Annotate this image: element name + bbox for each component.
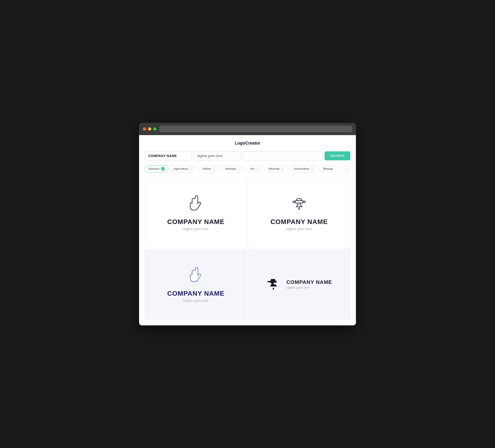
app-title: LogoCreator <box>145 141 350 146</box>
svg-rect-8 <box>271 283 274 284</box>
category-tag-automotive[interactable]: Automotive ✓ <box>290 165 318 172</box>
category-tag-airline[interactable]: Airline ✓ <box>199 165 220 172</box>
logo-company-name-1: COMPANY NAME <box>167 218 225 226</box>
check-icon-automotive: ✓ <box>310 167 314 171</box>
traffic-light-red[interactable] <box>143 127 146 131</box>
check-icon-animals: ✓ <box>237 167 241 171</box>
logo-company-name-4: COMPANY NAME <box>286 279 332 285</box>
svg-rect-1 <box>295 201 303 203</box>
logo-text-group-4: COMPANY NAME tagline goes here <box>286 279 332 289</box>
category-tag-agriculture[interactable]: Agriculture ✓ <box>170 165 197 172</box>
category-label-art: Art <box>250 167 254 170</box>
svg-rect-7 <box>269 280 276 283</box>
category-label-beauty: Beauty <box>323 167 333 170</box>
logo-company-name-2: COMPANY NAME <box>271 218 328 226</box>
category-label-abstract: Abstract <box>148 167 160 170</box>
search-bar: SEARCH <box>145 151 350 160</box>
category-tag-attorney[interactable]: Attorney ✓ <box>265 165 288 172</box>
logo-tagline-1: tagline goes here <box>183 227 208 231</box>
svg-rect-9 <box>267 281 269 282</box>
category-label-airline: Airline <box>203 167 211 170</box>
logo-icon-4 <box>266 276 283 293</box>
logo-company-name-3: COMPANY NAME <box>167 290 225 297</box>
logo-card-2[interactable]: COMPANY NAME tagline goes here <box>248 177 350 248</box>
logo-grid: COMPANY NAME tagline goes here <box>145 177 350 320</box>
company-name-input[interactable] <box>145 151 192 160</box>
url-bar[interactable] <box>159 126 352 132</box>
category-bar: Abstract ✓ Agriculture ✓ Airline ✓ Anima… <box>145 165 350 173</box>
traffic-light-green[interactable] <box>153 127 156 131</box>
category-label-agriculture: Agriculture <box>174 167 188 170</box>
browser-window: LogoCreator SEARCH Abstract ✓ Agricultur… <box>139 123 356 325</box>
svg-rect-4 <box>303 201 305 203</box>
category-tag-art[interactable]: Art ✓ <box>247 165 263 172</box>
logo-tagline-3: tagline goes here <box>183 299 208 303</box>
check-icon-agriculture: ✓ <box>190 167 193 171</box>
browser-titlebar <box>139 123 356 135</box>
check-icon-abstract: ✓ <box>161 167 165 171</box>
svg-rect-3 <box>293 201 295 203</box>
svg-point-5 <box>298 208 300 210</box>
logo-card-4[interactable]: COMPANY NAME tagline goes here <box>248 249 350 320</box>
logo-tagline-4: tagline goes here <box>286 286 332 289</box>
svg-rect-6 <box>271 279 275 280</box>
category-label-animals: Animals <box>225 167 236 170</box>
category-tag-abstract[interactable]: Abstract ✓ <box>145 165 168 172</box>
logo-icon-2 <box>290 195 309 214</box>
category-tag-animals[interactable]: Animals ✓ <box>221 165 245 172</box>
search-button[interactable]: SEARCH <box>325 151 350 160</box>
logo-icon-3 <box>186 266 205 286</box>
category-label-attorney: Attorney <box>268 167 280 170</box>
svg-rect-2 <box>298 203 301 205</box>
category-label-automotive: Automotive <box>294 167 309 170</box>
check-icon-art: ✓ <box>256 167 259 171</box>
logo-card-1[interactable]: COMPANY NAME tagline goes here <box>145 177 247 248</box>
traffic-light-yellow[interactable] <box>148 127 151 131</box>
tagline-input[interactable] <box>194 151 241 160</box>
domain-input[interactable] <box>243 151 323 160</box>
app-content: LogoCreator SEARCH Abstract ✓ Agricultur… <box>139 135 356 325</box>
logo-tagline-2: tagline goes here <box>286 227 312 231</box>
check-icon-airline: ✓ <box>212 167 216 171</box>
check-icon-attorney: ✓ <box>281 167 285 171</box>
traffic-lights <box>143 127 156 131</box>
category-next-button[interactable]: → <box>343 165 350 173</box>
logo-icon-1 <box>186 195 205 214</box>
category-tag-beauty[interactable]: Beauty <box>320 165 336 172</box>
logo-card-3[interactable]: COMPANY NAME tagline goes here <box>145 249 247 320</box>
